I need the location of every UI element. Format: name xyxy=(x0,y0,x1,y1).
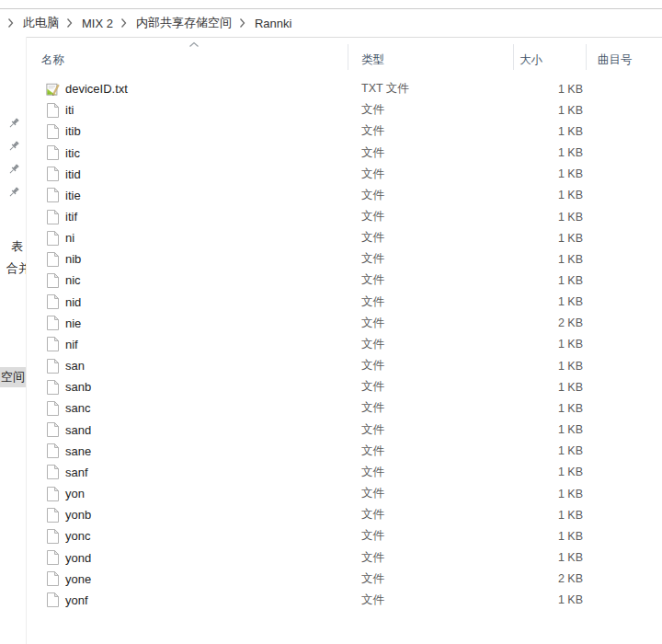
file-name: nib xyxy=(65,252,81,266)
file-type: 文件 xyxy=(348,422,513,438)
blank-file-icon xyxy=(46,358,60,374)
file-size: 2 KB xyxy=(513,316,586,329)
blank-file-icon xyxy=(46,400,60,416)
sidebar-item-partial[interactable]: 合并 xyxy=(6,261,27,276)
table-row[interactable]: itib 文件 1 KB xyxy=(41,121,660,142)
column-divider[interactable] xyxy=(348,44,348,70)
breadcrumb-chevron-icon[interactable] xyxy=(66,17,73,29)
file-name: ni xyxy=(65,231,74,245)
table-row[interactable]: yonf 文件 1 KB xyxy=(41,590,660,611)
sidebar-item-selected[interactable]: 空间 xyxy=(0,367,26,387)
table-row[interactable]: nic 文件 1 KB xyxy=(41,270,660,291)
blank-file-icon xyxy=(46,272,60,288)
pin-icon[interactable] xyxy=(7,186,20,199)
table-row[interactable]: itic 文件 1 KB xyxy=(41,142,660,163)
table-row[interactable]: yon 文件 1 KB xyxy=(41,483,660,504)
breadcrumb-item[interactable]: 此电脑 xyxy=(21,13,61,33)
file-size: 1 KB xyxy=(513,167,586,180)
table-row[interactable]: yonc 文件 1 KB xyxy=(41,525,660,546)
table-row[interactable]: itif 文件 1 KB xyxy=(41,206,660,227)
table-row[interactable]: yond 文件 1 KB xyxy=(41,546,660,568)
file-type: 文件 xyxy=(348,294,513,310)
table-row[interactable]: iti 文件 1 KB xyxy=(41,99,660,121)
navigation-pane[interactable]: 表 合并 空间 xyxy=(0,37,27,644)
breadcrumb-chevron-icon[interactable] xyxy=(120,17,127,29)
file-type: 文件 xyxy=(348,465,513,480)
table-row[interactable]: nid 文件 1 KB xyxy=(41,292,660,313)
column-header-type[interactable]: 类型 xyxy=(361,52,384,68)
file-name: nid xyxy=(65,295,81,309)
column-headers: 名称 类型 大小 曲目号 xyxy=(41,41,660,73)
table-row[interactable]: nib 文件 1 KB xyxy=(41,248,660,270)
file-type: 文件 xyxy=(348,443,513,459)
table-row[interactable]: san 文件 1 KB xyxy=(41,355,660,376)
table-row[interactable]: itie 文件 1 KB xyxy=(41,185,660,206)
breadcrumb-item[interactable]: Rannki xyxy=(253,15,293,32)
table-row[interactable]: sanf 文件 1 KB xyxy=(41,462,660,483)
breadcrumb-item[interactable]: 内部共享存储空间 xyxy=(134,13,234,33)
file-size: 1 KB xyxy=(513,146,586,159)
file-type: 文件 xyxy=(348,230,513,246)
file-name: sane xyxy=(65,444,91,458)
blank-file-icon xyxy=(46,507,60,523)
column-header-track[interactable]: 曲目号 xyxy=(598,52,633,68)
file-type: 文件 xyxy=(348,507,513,523)
pin-icon[interactable] xyxy=(7,117,20,130)
notepad-text-file-icon xyxy=(46,81,60,97)
blank-file-icon xyxy=(46,123,60,139)
table-row[interactable]: nie 文件 2 KB xyxy=(41,313,660,334)
table-row[interactable]: yonb 文件 1 KB xyxy=(41,504,660,525)
file-size: 1 KB xyxy=(513,530,586,543)
file-type: 文件 xyxy=(348,145,513,161)
file-type: 文件 xyxy=(348,102,513,118)
table-row[interactable]: nif 文件 1 KB xyxy=(41,334,660,355)
file-name: itie xyxy=(65,189,81,202)
table-row[interactable]: itid 文件 1 KB xyxy=(41,164,660,185)
file-explorer-window: 此电脑MIX 2内部共享存储空间Rannki 表 合并 空间 名称 类型 大小 … xyxy=(0,0,662,644)
table-row[interactable]: deviceID.txt TXT 文件 1 KB xyxy=(41,78,660,99)
table-row[interactable]: ni 文件 1 KB xyxy=(41,227,660,248)
file-size: 2 KB xyxy=(513,572,586,585)
column-divider[interactable] xyxy=(513,44,514,70)
blank-file-icon xyxy=(46,592,60,608)
file-type: 文件 xyxy=(348,379,513,395)
column-header-name[interactable]: 名称 xyxy=(41,52,64,68)
file-name: yonc xyxy=(65,529,90,543)
breadcrumb-item[interactable]: MIX 2 xyxy=(80,15,115,32)
table-row[interactable]: sane 文件 1 KB xyxy=(41,441,660,462)
blank-file-icon xyxy=(46,145,60,161)
column-divider[interactable] xyxy=(586,44,587,70)
table-row[interactable]: yone 文件 2 KB xyxy=(41,569,660,590)
blank-file-icon xyxy=(46,316,60,331)
file-name: san xyxy=(65,359,85,373)
file-size: 1 KB xyxy=(513,83,586,96)
file-name: itic xyxy=(65,146,80,160)
file-size: 1 KB xyxy=(513,232,586,245)
file-type: 文件 xyxy=(348,123,513,139)
file-type: 文件 xyxy=(348,528,513,544)
file-type: 文件 xyxy=(348,358,513,374)
file-name: nif xyxy=(65,338,78,351)
blank-file-icon xyxy=(46,571,60,587)
file-type: 文件 xyxy=(348,571,513,587)
file-type: 文件 xyxy=(348,209,513,224)
sidebar-item-partial[interactable]: 表 xyxy=(11,239,23,254)
pin-icon[interactable] xyxy=(7,163,20,176)
blank-file-icon xyxy=(46,422,60,438)
blank-file-icon xyxy=(46,550,60,566)
file-name: nic xyxy=(65,273,81,287)
breadcrumb-chevron-icon[interactable] xyxy=(7,17,14,29)
pin-icon[interactable] xyxy=(7,140,20,153)
blank-file-icon xyxy=(46,465,60,480)
file-size: 1 KB xyxy=(513,360,586,373)
file-size: 1 KB xyxy=(513,423,586,436)
table-row[interactable]: sanc 文件 1 KB xyxy=(41,397,660,419)
column-header-size[interactable]: 大小 xyxy=(519,52,542,68)
table-row[interactable]: sanb 文件 1 KB xyxy=(41,376,660,397)
file-name: sanf xyxy=(65,466,88,479)
breadcrumb-chevron-icon[interactable] xyxy=(239,17,245,29)
blank-file-icon xyxy=(46,102,60,118)
table-row[interactable]: sand 文件 1 KB xyxy=(41,420,660,441)
file-size: 1 KB xyxy=(513,189,586,201)
address-bar[interactable]: 此电脑MIX 2内部共享存储空间Rannki xyxy=(0,8,662,38)
